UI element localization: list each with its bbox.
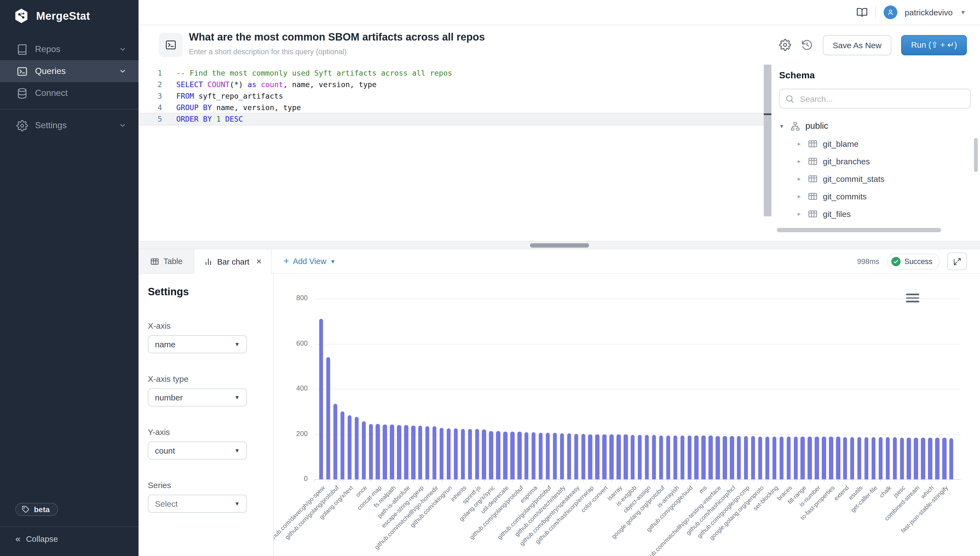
gridline <box>315 389 961 390</box>
schema-title: Schema <box>779 70 815 81</box>
x-axis-tick <box>753 479 754 482</box>
tab-table[interactable]: Table <box>139 249 194 273</box>
tab-bar-chart[interactable]: Bar chart ✕ <box>194 249 272 274</box>
logo[interactable]: MergeStat <box>13 8 90 24</box>
bar <box>935 438 939 479</box>
docs-book-icon[interactable] <box>856 6 867 18</box>
bar <box>631 435 635 479</box>
chevron-down-icon <box>119 45 126 53</box>
bar <box>822 437 826 479</box>
collapse-label: Collapse <box>26 534 58 543</box>
line-number: 1 <box>139 67 162 79</box>
y-tick-label: 400 <box>274 385 308 392</box>
sql-editor[interactable]: 1-- Find the most commonly used Syft art… <box>139 65 764 241</box>
code-line-2[interactable]: 2SELECT COUNT(*) as count, name, version… <box>139 79 764 91</box>
code-line-5[interactable]: 5ORDER BY 1 DESC <box>139 113 764 125</box>
splitter-drag-handle[interactable] <box>530 243 589 247</box>
bar <box>489 431 493 479</box>
x-axis-tick <box>654 479 654 482</box>
bar <box>772 436 776 479</box>
y-axis-select[interactable]: count ▼ <box>148 441 247 460</box>
y-tick-label: 800 <box>274 294 308 302</box>
x-axis-tick <box>711 479 711 482</box>
bar <box>921 437 925 479</box>
x-axis-tick <box>427 479 428 482</box>
bar <box>751 436 755 479</box>
sidebar-item-settings[interactable]: Settings <box>0 115 139 136</box>
sidebar-item-queries[interactable]: Queries <box>0 60 139 82</box>
chevron-expanded-icon: ▾ <box>780 123 789 129</box>
bar <box>737 436 741 479</box>
bar <box>659 435 663 479</box>
terminal-icon <box>16 65 28 77</box>
bar <box>362 421 366 479</box>
bar <box>347 415 351 479</box>
bar <box>893 437 897 479</box>
run-button[interactable]: Run (⇧ + ↵) <box>901 35 967 55</box>
chevron-down-icon <box>119 67 126 75</box>
fullscreen-button[interactable] <box>947 252 967 270</box>
query-type-icon <box>159 33 183 57</box>
panel-splitter[interactable] <box>139 241 980 249</box>
schema-node-public[interactable]: ▾ public <box>771 117 972 135</box>
schema-horizontal-scrollbar[interactable] <box>777 228 941 232</box>
gridline <box>315 344 961 344</box>
avatar[interactable] <box>883 5 897 19</box>
bar <box>326 357 330 480</box>
x-axis-type-select[interactable]: number ▼ <box>148 388 247 406</box>
add-view-button[interactable]: + Add View ▼ <box>272 249 335 273</box>
settings-gear-icon[interactable] <box>779 39 791 51</box>
bar <box>581 434 585 479</box>
x-axis-tick <box>470 479 471 482</box>
bar <box>808 436 812 479</box>
x-axis-tick <box>923 479 924 482</box>
bar <box>553 433 557 479</box>
schema-table-git_commit_stats[interactable]: ▸git_commit_stats <box>771 170 972 187</box>
sidebar-item-connect[interactable]: Connect <box>0 82 139 104</box>
code-line-1[interactable]: 1-- Find the most commonly used Syft art… <box>139 67 764 79</box>
x-axis-label: X-axis <box>148 321 171 330</box>
code-line-3[interactable]: 3FROM syft_repo_artifacts <box>139 91 764 102</box>
editor-schema-splitter[interactable] <box>764 65 771 217</box>
bar <box>766 436 769 479</box>
results-tabbar: Table Bar chart ✕ + Add View ▼ 998ms <box>139 249 980 274</box>
bar-chart-icon <box>203 257 213 266</box>
select-caret-icon: ▼ <box>234 394 240 401</box>
x-axis-select[interactable]: name ▼ <box>148 335 247 353</box>
bar <box>340 412 345 480</box>
tabbar-spacer <box>335 249 857 273</box>
status-badge: Success <box>887 253 940 269</box>
series-select[interactable]: Select ▼ <box>148 495 247 513</box>
x-axis-tick <box>456 479 456 482</box>
query-title[interactable]: What are the most common SBOM artifacts … <box>189 31 485 43</box>
bar <box>411 426 415 479</box>
bar <box>886 437 890 479</box>
x-axis-tick <box>852 479 853 482</box>
save-as-new-button[interactable]: Save As New <box>823 35 891 55</box>
schema-tables: ▸git_blame▸git_branches▸git_commit_stats… <box>771 135 972 222</box>
chart-menu-icon[interactable] <box>906 294 919 302</box>
sidebar-item-repos[interactable]: Repos <box>0 38 139 60</box>
bar <box>432 426 437 479</box>
schema-table-git_commits[interactable]: ▸git_commits <box>771 187 972 205</box>
schema-search-input[interactable] <box>799 94 965 104</box>
table-icon <box>808 156 818 166</box>
query-description-placeholder[interactable]: Enter a short description for this query… <box>189 48 347 56</box>
y-axis-label: Y-axis <box>148 427 170 436</box>
bar <box>815 437 819 479</box>
account-caret-icon[interactable]: ▼ <box>960 9 966 15</box>
x-axis-tick <box>824 479 825 482</box>
collapse-button[interactable]: « Collapse <box>15 534 58 543</box>
history-icon[interactable] <box>801 39 813 51</box>
bar <box>546 433 550 479</box>
bar <box>447 428 451 479</box>
schema-table-git_files[interactable]: ▸git_files <box>771 205 972 222</box>
username[interactable]: patrickdevivo <box>905 8 953 17</box>
code-line-4[interactable]: 4GROUP BY name, version, type <box>139 102 764 113</box>
schema-vertical-scrollbar[interactable] <box>974 138 978 172</box>
schema-table-git_blame[interactable]: ▸git_blame <box>771 135 972 152</box>
close-tab-icon[interactable]: ✕ <box>256 257 262 266</box>
x-axis-tick <box>357 479 357 482</box>
schema-table-git_branches[interactable]: ▸git_branches <box>771 152 972 170</box>
bar <box>709 436 713 479</box>
